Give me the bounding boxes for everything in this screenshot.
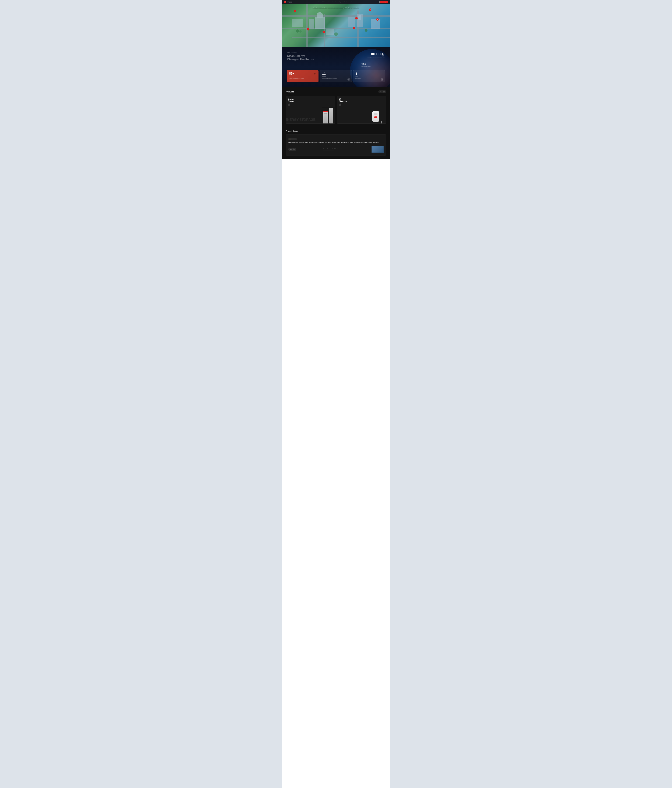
ev-chargers-arrow[interactable]: →	[339, 103, 341, 106]
stat-card-countries[interactable]: 85+ Countries Delivered clean power to 8…	[287, 70, 319, 82]
cases-title: Project Cases	[285, 130, 298, 132]
hero-text-block: Complete industrial and commercial energ…	[313, 7, 360, 9]
stat-card-offices[interactable]: 3 Offices In the pipeline →	[353, 70, 385, 82]
case-divider	[323, 150, 334, 151]
globe-icon: ⊙	[314, 72, 316, 76]
nav-solutions[interactable]: Solutions	[322, 2, 326, 2]
battery-cabinet-2	[330, 108, 333, 124]
logo-text: ATESS	[287, 2, 292, 3]
logo-icon	[284, 1, 286, 3]
products-more-button[interactable]: More →	[378, 91, 387, 93]
charger-logo	[374, 116, 377, 118]
nav-cases[interactable]: Cases	[328, 2, 331, 2]
nav-contact[interactable]: Contact	[352, 2, 355, 2]
hero-pin-1[interactable]	[294, 10, 296, 13]
case-tag: Zimbabwe	[288, 138, 297, 140]
hero-section: Complete industrial and commercial energ…	[282, 0, 390, 47]
battery-cabinet-1	[323, 111, 328, 124]
offices-number: 3	[355, 72, 383, 76]
offices-desc: In the pipeline	[355, 78, 383, 79]
energy-storage-name: Energy Storage	[288, 98, 333, 102]
nav-about[interactable]: About Atess	[332, 2, 338, 2]
case-tag-text: Zimbabwe	[291, 138, 296, 140]
branches-number: 11	[322, 72, 349, 76]
divider-line	[368, 59, 385, 59]
products-section: Products More → Energy Storage → ENERGY …	[282, 87, 390, 127]
hero-pin-6[interactable]	[323, 31, 325, 33]
countries-desc: Delivered clean power to 85+ countries	[289, 78, 316, 79]
energy-storage-arrow[interactable]: →	[288, 103, 290, 106]
nav-support[interactable]: Support	[339, 2, 342, 2]
stat-card-branches[interactable]: 11 Branches 11 offices and warehouses wo…	[320, 70, 352, 82]
ev-chargers-name: EV Chargers	[339, 98, 384, 102]
stats-mid-block: 10+ years experience in ESS	[361, 63, 371, 67]
case-text-body: There is no power grid in the village. T…	[288, 141, 384, 143]
cases-more-icon: →	[293, 148, 295, 150]
products-grid: Energy Storage → ENERGY STORAGE	[285, 95, 387, 124]
page-wrapper: ATESS Products Solutions Cases About Ate…	[282, 0, 390, 788]
offices-arrow[interactable]: →	[380, 78, 384, 81]
ev-charger-image	[369, 104, 383, 122]
cases-header: Project Cases	[285, 130, 387, 132]
monitoring-button[interactable]: Monitoring ▾	[379, 1, 388, 3]
brand-logo[interactable]: ATESS	[284, 1, 292, 3]
svg-point-0	[285, 2, 285, 2]
products-title: Products	[285, 91, 294, 93]
hero-pin-2[interactable]	[369, 8, 371, 11]
branches-desc: 11 offices and warehouses worldwide	[322, 78, 349, 79]
chevron-down-icon: ▾	[386, 2, 387, 2]
countries-number: 85+	[289, 72, 316, 75]
countries-label: Countries	[289, 75, 316, 76]
mid-number: 10+	[361, 63, 371, 66]
energy-storage-image	[321, 106, 335, 124]
cases-more-button[interactable]: More →	[288, 148, 296, 151]
case-bottom: More → Ferreiro of St. Patrick + High Sc…	[288, 146, 384, 153]
case-image-preview	[371, 146, 384, 153]
case-info-title: Ferreiro of St. Patrick + High School, G…	[323, 148, 345, 150]
nav-enercollege[interactable]: EnerCollege	[344, 2, 350, 2]
satellite-icon	[380, 52, 385, 58]
nav-products[interactable]: Products	[317, 2, 320, 2]
stats-section: ATESS Committed to Clean Energy Changes …	[282, 47, 390, 87]
nav-links: Products Solutions Cases About Atess Sup…	[317, 2, 355, 2]
hero-pin-5[interactable]	[307, 28, 309, 30]
more-icon: →	[383, 91, 385, 93]
cases-section: Project Cases Zimbabwe There is no power…	[282, 127, 390, 159]
hero-tagline: Complete industrial and commercial energ…	[313, 7, 360, 9]
case-card-featured[interactable]: Zimbabwe There is no power grid in the v…	[285, 135, 387, 156]
product-card-energy-storage[interactable]: Energy Storage → ENERGY STORAGE	[285, 95, 335, 124]
mid-desc: years experience in ESS	[361, 66, 371, 67]
tag-dot-icon	[290, 138, 290, 140]
stats-cards: 85+ Countries Delivered clean power to 8…	[287, 70, 385, 82]
offices-label: Offices	[355, 76, 383, 77]
hero-pin-3[interactable]	[355, 17, 358, 19]
products-header: Products More →	[285, 91, 387, 93]
case-info-right: Ferreiro of St. Patrick + High School, G…	[323, 148, 345, 151]
charger-cable	[377, 121, 382, 124]
navbar: ATESS Products Solutions Cases About Ate…	[282, 0, 390, 4]
charger-body	[372, 111, 379, 122]
hero-pin-7[interactable]	[353, 27, 355, 29]
product-card-ev-chargers[interactable]: EV Chargers →	[337, 95, 387, 124]
branches-arrow[interactable]: →	[347, 78, 350, 81]
branches-label: Branches	[322, 76, 349, 77]
hero-pin-4[interactable]	[376, 18, 379, 21]
